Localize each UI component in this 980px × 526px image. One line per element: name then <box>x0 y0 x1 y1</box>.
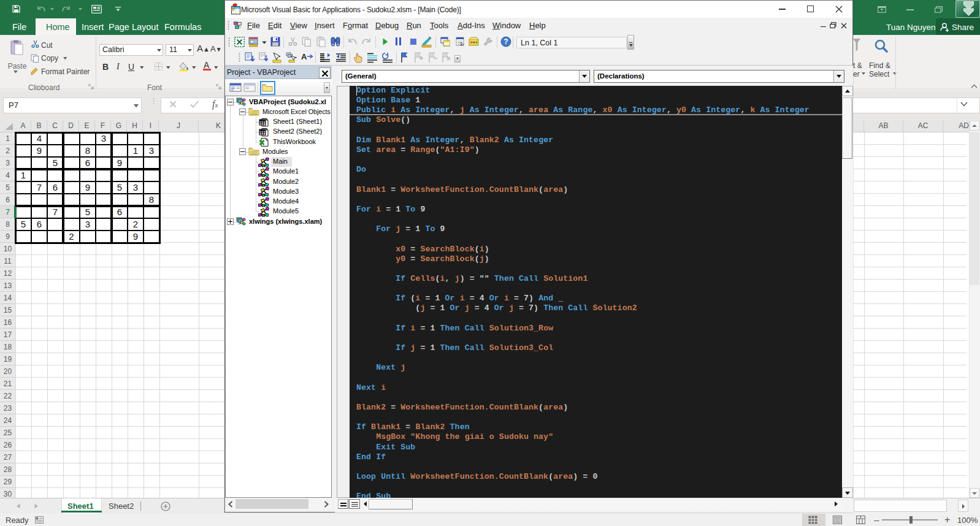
svg-text:?: ? <box>503 37 508 46</box>
